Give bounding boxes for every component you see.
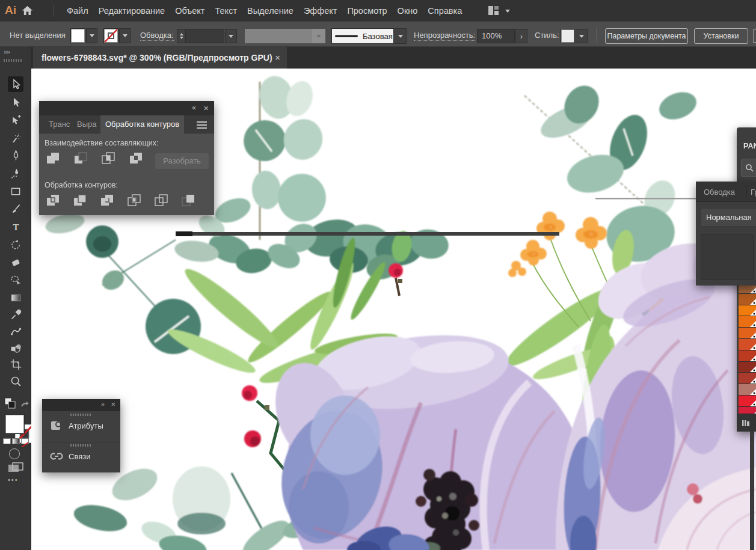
pathfinder-merge-button[interactable] — [99, 192, 115, 208]
color-swatch[interactable] — [739, 328, 756, 339]
group-selection-tool[interactable] — [8, 112, 23, 128]
color-swatch[interactable] — [739, 350, 756, 362]
opacity-label[interactable]: Непрозрачность: — [414, 31, 475, 41]
panel-expand-icon[interactable]: » — [101, 400, 105, 408]
stroke-weight-stepper[interactable] — [177, 29, 186, 43]
curvature-tool[interactable] — [8, 166, 23, 182]
draw-mode-icon[interactable] — [9, 448, 20, 459]
zoom-tool[interactable] — [8, 373, 23, 389]
fill-color-dropdown[interactable] — [86, 28, 97, 43]
menu-item-1[interactable]: Файл — [67, 6, 88, 16]
toolbar-grip[interactable] — [4, 59, 23, 62]
pathfinder-divide-button[interactable] — [45, 192, 61, 208]
collapsed-dock-strip[interactable] — [750, 432, 754, 550]
pathfinder-outline-button[interactable] — [153, 192, 169, 208]
workspace-switcher-icon[interactable] — [488, 6, 499, 15]
direct-selection-tool[interactable] — [8, 94, 23, 110]
color-swatch[interactable] — [739, 396, 756, 407]
rectangle-tool[interactable] — [8, 183, 23, 199]
blend-mode-dropdown[interactable]: Нормальная — [701, 208, 756, 227]
stroke-weight-field[interactable] — [186, 29, 224, 43]
lasso-tool[interactable] — [8, 272, 23, 288]
more-tools-icon[interactable]: ••• — [8, 476, 19, 483]
tab-align[interactable]: Выра — [72, 115, 102, 133]
rotate-tool[interactable] — [8, 237, 23, 252]
menu-item-8[interactable]: Окно — [398, 6, 418, 16]
artboard-tool[interactable] — [8, 356, 23, 372]
color-swatch[interactable] — [739, 305, 756, 317]
shape-mode-intersect-button[interactable] — [100, 150, 116, 166]
pathfinder-trim-button[interactable] — [72, 192, 88, 208]
panel-close-icon[interactable]: × — [203, 103, 209, 113]
fill-proxy-swatch[interactable] — [5, 415, 24, 433]
color-swatch[interactable] — [739, 384, 756, 396]
pathfinder-crop-button[interactable] — [126, 192, 142, 208]
panel-grip[interactable] — [70, 444, 92, 447]
color-swatch[interactable] — [739, 362, 756, 373]
menu-item-4[interactable]: Текст — [215, 6, 238, 16]
swatch-panel-footer[interactable] — [737, 414, 756, 432]
expand-button[interactable]: Разобрать — [155, 153, 209, 169]
screen-mode-icon[interactable] — [8, 462, 23, 475]
stroke-weight-dropdown[interactable] — [225, 29, 237, 43]
color-swatch[interactable] — [739, 407, 756, 414]
type-tool[interactable]: T — [8, 219, 23, 234]
shape-mode-unite-button[interactable] — [45, 150, 61, 166]
profile-dropdown[interactable] — [395, 28, 407, 44]
panel-close-icon[interactable]: × — [111, 400, 115, 409]
color-swatch[interactable] — [739, 339, 756, 350]
stroke-weight-label[interactable]: Обводка: — [140, 31, 174, 41]
style-dropdown[interactable] — [576, 29, 588, 43]
pathfinder-minus-back-button[interactable] — [180, 192, 196, 208]
tab-pathfinder[interactable]: Обработка контуров — [100, 115, 184, 133]
menu-item-3[interactable]: Объект — [175, 6, 204, 16]
document-tab-close-icon[interactable]: × — [275, 47, 280, 69]
links-panel-row[interactable]: Связи — [42, 442, 120, 472]
home-icon[interactable] — [22, 5, 33, 19]
pathfinder-panel-header[interactable]: « × — [39, 101, 214, 115]
tab-gradient[interactable]: Гр — [751, 188, 756, 197]
shape-mode-minus-front-button[interactable] — [73, 150, 88, 166]
color-swatch[interactable] — [739, 294, 756, 305]
illustrator-logo[interactable]: Ai — [5, 4, 16, 17]
color-swatch[interactable] — [739, 316, 756, 328]
swatch-search-field[interactable] — [741, 159, 756, 177]
document-tab[interactable]: flowers-6798843.svg* @ 300% (RGB/Предпро… — [33, 47, 287, 69]
document-setup-button[interactable]: Параметры документа — [605, 28, 688, 44]
menu-item-2[interactable]: Редактирование — [99, 6, 165, 16]
workspace-chevron-icon[interactable] — [505, 10, 510, 13]
menu-item-5[interactable]: Выделение — [247, 6, 293, 16]
opacity-expand-button[interactable]: › — [515, 29, 527, 43]
opacity-field[interactable]: 100% — [477, 29, 515, 43]
shape-mode-exclude-button[interactable] — [128, 150, 144, 166]
tab-stroke[interactable]: Обводка — [704, 188, 735, 197]
menu-item-7[interactable]: Просмотр — [347, 6, 387, 16]
magic-wand-tool[interactable] — [8, 130, 23, 146]
fill-stroke-mini-proxy[interactable] — [4, 397, 30, 412]
color-type-buttons[interactable] — [3, 438, 31, 445]
menu-item-9[interactable]: Справка — [428, 6, 462, 16]
panel-grip[interactable] — [70, 414, 92, 416]
eyedropper-tool[interactable] — [8, 307, 23, 322]
pen-tool[interactable] — [8, 148, 23, 163]
menu-item-6[interactable]: Эффект — [304, 6, 337, 16]
eraser-tool[interactable] — [8, 254, 23, 270]
attributes-panel-row[interactable]: Атрибуты — [42, 411, 120, 442]
selection-tool[interactable] — [8, 76, 23, 92]
stroke-color-dropdown[interactable] — [119, 28, 131, 43]
fill-color-swatch[interactable] — [70, 28, 85, 43]
shape-builder-tool[interactable] — [8, 340, 23, 356]
preferences-button[interactable]: Установки — [694, 28, 748, 44]
tab-transform[interactable]: Транс — [44, 115, 75, 133]
attributes-panel-header[interactable]: » × — [42, 399, 120, 411]
width-tool[interactable] — [8, 323, 23, 339]
toolbar-expand-icon[interactable]: »» — [4, 48, 10, 55]
panel-menu-icon[interactable] — [197, 121, 207, 130]
style-swatch[interactable] — [561, 29, 575, 43]
color-swatch[interactable] — [739, 373, 756, 384]
gradient-tool[interactable] — [8, 290, 23, 305]
variable-width-profile[interactable]: Базовая — [331, 28, 394, 44]
panel-collapse-icon[interactable]: « — [192, 103, 196, 112]
paintbrush-tool[interactable] — [8, 201, 23, 217]
stroke-color-swatch[interactable] — [103, 28, 118, 43]
